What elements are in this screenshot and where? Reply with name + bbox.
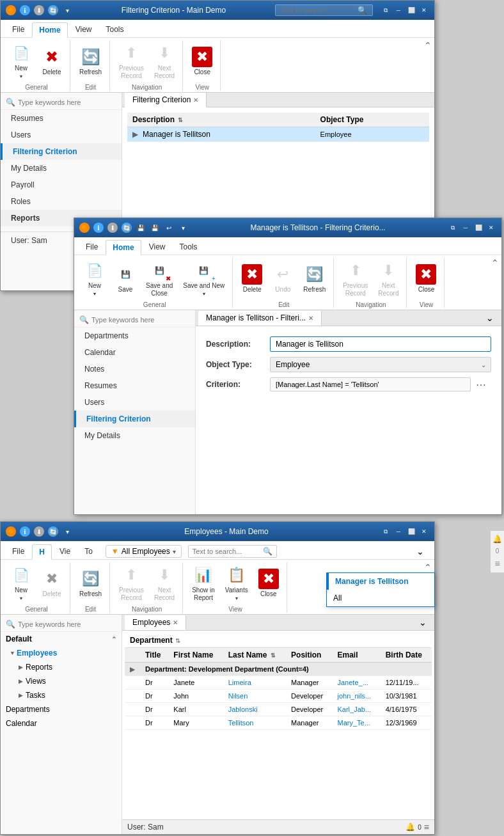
refresh-btn[interactable]: 🔄 Refresh — [75, 44, 106, 79]
table-row[interactable]: Dr Karl Jablonski Developer Karl_Jab... … — [125, 703, 432, 716]
criterion-input[interactable] — [270, 377, 471, 391]
cloud-icon-2[interactable]: 💾 — [150, 223, 160, 233]
refresh-btn-3[interactable]: 🔄 Refresh — [75, 566, 106, 601]
criterion-more-btn[interactable]: ⋯ — [471, 379, 491, 391]
info-icon[interactable]: ℹ — [20, 5, 30, 15]
bell-icon-right[interactable]: 🔔 — [492, 535, 502, 544]
table-row[interactable]: ▶ Manager is Tellitson Employee — [127, 127, 429, 142]
tab-dropdown-3[interactable]: ⌄ — [414, 615, 432, 630]
delete-btn[interactable]: ✖ Delete — [38, 44, 66, 79]
default-collapse[interactable]: ⌃ — [111, 636, 116, 643]
save-icon-2[interactable]: 💾 — [136, 223, 146, 233]
sidebar-item-filtering[interactable]: Filtering Criterion — [1, 143, 122, 160]
refresh-icon-2[interactable]: 🔄 — [122, 223, 132, 233]
close-btn-view-2[interactable]: ✖ Close — [412, 262, 440, 296]
sidebar-item-users-2[interactable]: Users — [74, 394, 195, 411]
bell-icon[interactable]: 🔔 — [406, 823, 415, 832]
col-position[interactable]: Position — [286, 648, 332, 663]
ribbon-collapse-btn-3[interactable] — [424, 562, 432, 572]
sidebar-item-mydetails[interactable]: My Details — [1, 160, 122, 177]
ribbon-collapse-btn[interactable] — [424, 40, 432, 51]
tab-filtering[interactable]: Filtering Criterion ✕ — [125, 93, 207, 107]
menu-home-3[interactable]: H — [32, 544, 52, 560]
tree-reports[interactable]: ▶ Reports — [1, 660, 122, 674]
menu-file[interactable]: File — [6, 22, 31, 37]
col-title[interactable]: Title — [140, 648, 168, 663]
delete-btn-2[interactable]: ✖ Delete — [238, 262, 266, 296]
table-row[interactable]: Dr Mary Tellitson Manager Mary_Te... 12/… — [125, 716, 432, 730]
tree-calendar[interactable]: Calendar — [1, 716, 122, 730]
menu-icon-status[interactable]: ≡ — [424, 822, 429, 832]
menu-view-3[interactable]: Vie — [53, 544, 77, 558]
dropdown-item-manager[interactable]: Manager is Tellitson — [327, 573, 434, 590]
menu-file-3[interactable]: File — [6, 544, 31, 558]
minimize-btn-2[interactable]: ─ — [461, 223, 471, 233]
sidebar-item-calendar[interactable]: Calendar — [74, 344, 195, 361]
restore-btn-2[interactable]: ⬜ — [473, 223, 484, 233]
refresh-icon[interactable]: 🔄 — [48, 5, 58, 15]
pin-icon[interactable]: ▾ — [62, 5, 72, 15]
col-firstname[interactable]: First Name — [168, 648, 223, 663]
new-btn[interactable]: 📄 New▾ — [7, 40, 35, 83]
save-btn[interactable]: 💾 Save — [111, 262, 139, 296]
filter-dropdown-arrow[interactable]: ▾ — [173, 548, 176, 555]
col-description[interactable]: Description ⇅ — [127, 113, 315, 127]
tree-tasks[interactable]: ▶ Tasks — [1, 688, 122, 702]
close-btn[interactable]: ✕ — [419, 5, 429, 15]
pin-icon-3[interactable]: ▾ — [62, 526, 72, 537]
tree-views[interactable]: ▶ Views — [1, 674, 122, 688]
tab-close-btn-2[interactable]: ✕ — [308, 315, 313, 322]
sidebar-item-payroll[interactable]: Payroll — [1, 177, 122, 193]
group-expand[interactable]: ▶ — [130, 666, 135, 673]
sidebar-item-resumes-2[interactable]: Resumes — [74, 377, 195, 394]
sidebar-item-filtering-2[interactable]: Filtering Criterion — [74, 411, 195, 427]
tree-departments[interactable]: Departments — [1, 702, 122, 716]
dept-col-header[interactable]: Department — [130, 636, 173, 645]
tree-employees[interactable]: ▾ Employees — [1, 646, 122, 660]
menu-tools[interactable]: Tools — [99, 22, 130, 37]
maximize-btn[interactable]: ⧉ — [381, 5, 391, 15]
search-input-3[interactable] — [193, 548, 263, 555]
menu-view[interactable]: View — [69, 22, 98, 37]
col-email[interactable]: Email — [333, 648, 381, 663]
refresh-icon-3[interactable]: 🔄 — [48, 526, 58, 537]
undo-icon-2[interactable]: ↩ — [164, 223, 174, 233]
maximize-btn-3[interactable]: ⧉ — [381, 526, 391, 537]
maximize-btn-2[interactable]: ⧉ — [448, 223, 458, 233]
close-view-btn[interactable]: ✖ Close — [188, 44, 216, 79]
dept-sort-icon[interactable]: ⇅ — [175, 637, 180, 644]
ribbon-collapse-btn-2[interactable] — [491, 258, 499, 268]
table-row[interactable]: Dr John Nilsen Developer john_nils... 10… — [125, 690, 432, 703]
sidebar-search-input-3[interactable] — [18, 620, 107, 628]
menu-icon-right[interactable]: ≡ — [494, 558, 500, 569]
pin-icon-2[interactable]: ▾ — [178, 223, 188, 233]
tab-filter-detail[interactable]: Manager is Tellitson - Filteri... ✕ — [198, 311, 322, 326]
close-btn-view-3[interactable]: ✖ Close — [255, 566, 283, 601]
arrow-icon-2[interactable]: ⬇ — [107, 223, 118, 233]
sidebar-search-input-2[interactable] — [91, 316, 181, 324]
info-icon-3[interactable]: ℹ — [20, 526, 30, 537]
close-btn-2[interactable]: ✕ — [486, 223, 496, 233]
sidebar-item-notes[interactable]: Notes — [74, 361, 195, 377]
description-input[interactable] — [270, 336, 491, 352]
menu-home[interactable]: Home — [32, 22, 67, 38]
arrow-icon[interactable]: ⬇ — [34, 5, 44, 15]
col-lastname[interactable]: Last Name ⇅ — [223, 648, 286, 663]
sidebar-search-input[interactable] — [18, 99, 107, 106]
sidebar-item-mydetails-2[interactable]: My Details — [74, 427, 195, 444]
new-btn-2[interactable]: 📄 New▾ — [81, 258, 109, 300]
restore-btn-3[interactable]: ⬜ — [406, 526, 416, 537]
menu-home-2[interactable]: Home — [106, 240, 141, 255]
dropdown-item-all[interactable]: All — [327, 590, 434, 606]
new-btn-3[interactable]: 📄 New▾ — [7, 562, 35, 604]
save-new-btn[interactable]: 💾+ Save and New▾ — [179, 258, 228, 300]
tab-close-btn-3[interactable]: ✕ — [173, 619, 178, 626]
close-btn-3[interactable]: ✕ — [419, 526, 429, 537]
arrow-icon-3[interactable]: ⬇ — [34, 526, 44, 537]
objecttype-select[interactable]: Employee — [270, 357, 491, 372]
menu-view-2[interactable]: View — [143, 240, 172, 255]
table-row[interactable]: Dr Janete Limeira Manager Janete_... 12/… — [125, 676, 432, 690]
minimize-btn[interactable]: ─ — [393, 5, 404, 15]
col-birthdate[interactable]: Birth Date — [381, 648, 432, 663]
sidebar-item-dept[interactable]: Departments — [74, 327, 195, 344]
